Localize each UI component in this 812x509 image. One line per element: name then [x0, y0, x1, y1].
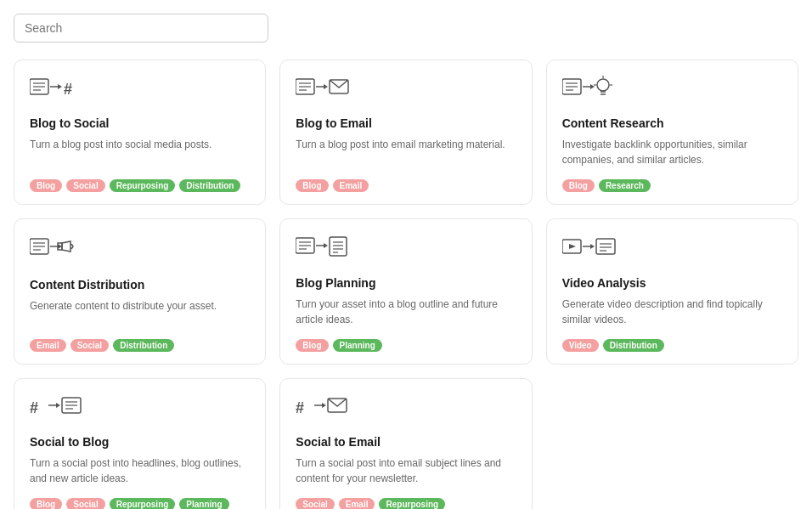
tag-blog: Blog	[296, 339, 328, 352]
blog-to-email-tags: BlogEmail	[296, 179, 516, 192]
tag-planning: Planning	[333, 339, 382, 352]
social-to-email-tags: SocialEmailRepurposing	[296, 498, 516, 509]
svg-marker-5	[58, 84, 62, 89]
tag-distribution: Distribution	[179, 179, 240, 192]
tag-repurposing: Repurposing	[110, 179, 176, 192]
tag-repurposing: Repurposing	[379, 498, 445, 509]
tag-distribution: Distribution	[113, 339, 174, 352]
svg-marker-62	[322, 403, 326, 408]
svg-marker-39	[324, 243, 328, 248]
svg-rect-40	[330, 237, 347, 256]
blog-to-social-icon: #	[30, 76, 250, 106]
card-blog-planning[interactable]: Blog PlanningTurn your asset into a blog…	[279, 218, 532, 364]
tag-email: Email	[333, 179, 369, 192]
video-analysis-title: Video Analysis	[562, 276, 782, 290]
social-to-blog-description: Turn a social post into headlines, blog …	[30, 455, 250, 486]
tag-research: Research	[599, 179, 651, 192]
blog-to-social-description: Turn a blog post into social media posts…	[30, 137, 250, 167]
content-distribution-title: Content Distribution	[30, 278, 250, 291]
blog-to-email-icon	[296, 76, 516, 106]
content-distribution-description: Generate content to distribute your asse…	[30, 298, 250, 327]
social-to-email-icon: #	[296, 394, 516, 425]
card-video-analysis[interactable]: Video AnalysisGenerate video description…	[546, 218, 798, 364]
content-distribution-tags: EmailSocialDistribution	[30, 339, 250, 352]
tag-social: Social	[66, 498, 104, 509]
content-distribution-icon	[30, 235, 250, 267]
blog-planning-description: Turn your asset into a blog outline and …	[296, 297, 516, 327]
svg-point-20	[597, 79, 609, 91]
content-research-icon	[562, 76, 782, 106]
tag-blog: Blog	[296, 179, 328, 192]
blog-to-email-title: Blog to Email	[296, 116, 516, 130]
social-to-blog-icon: #	[30, 394, 250, 425]
tag-social: Social	[70, 339, 109, 352]
tag-video: Video	[562, 339, 599, 352]
blog-to-social-tags: BlogSocialRepurposingDistribution	[30, 179, 250, 192]
blog-to-social-title: Blog to Social	[30, 116, 250, 130]
video-analysis-icon	[562, 235, 782, 265]
blog-planning-tags: BlogPlanning	[296, 339, 516, 352]
svg-marker-46	[569, 244, 576, 249]
tag-distribution: Distribution	[603, 339, 664, 352]
search-input[interactable]	[14, 14, 268, 42]
social-to-blog-tags: BlogSocialRepurposingPlanning	[30, 498, 250, 509]
card-content-distribution[interactable]: Content DistributionGenerate content to …	[14, 218, 266, 364]
svg-text:#: #	[296, 399, 304, 416]
svg-marker-12	[324, 84, 328, 89]
blog-planning-icon	[296, 235, 516, 265]
tag-blog: Blog	[562, 179, 595, 192]
tag-social: Social	[66, 179, 104, 192]
content-research-tags: BlogResearch	[562, 179, 782, 192]
svg-marker-32	[62, 241, 70, 252]
card-social-to-email[interactable]: #Social to EmailTurn a social post into …	[279, 378, 532, 509]
blog-to-email-description: Turn a blog post into email marketing ma…	[296, 137, 516, 167]
video-analysis-tags: VideoDistribution	[562, 339, 782, 352]
card-blog-to-email[interactable]: Blog to EmailTurn a blog post into email…	[279, 59, 532, 205]
tag-email: Email	[30, 339, 66, 352]
content-research-description: Investigate backlink opportunities, simi…	[562, 137, 782, 167]
svg-rect-49	[596, 239, 615, 254]
tag-social: Social	[296, 498, 334, 509]
svg-marker-48	[590, 244, 595, 249]
tag-planning: Planning	[179, 498, 228, 509]
blog-planning-title: Blog Planning	[296, 276, 516, 290]
tag-blog: Blog	[30, 179, 62, 192]
tag-email: Email	[339, 498, 375, 509]
content-research-title: Content Research	[562, 116, 782, 130]
tag-blog: Blog	[30, 498, 62, 509]
card-social-to-blog[interactable]: #Social to BlogTurn a social post into h…	[14, 378, 266, 509]
card-blog-to-social[interactable]: #Blog to SocialTurn a blog post into soc…	[14, 59, 266, 205]
cards-grid: #Blog to SocialTurn a blog post into soc…	[14, 59, 798, 509]
tag-repurposing: Repurposing	[110, 498, 176, 509]
social-to-email-title: Social to Email	[296, 435, 516, 449]
social-to-email-description: Turn a social post into email subject li…	[296, 455, 516, 486]
social-to-blog-title: Social to Blog	[30, 435, 250, 449]
svg-text:#: #	[30, 399, 38, 416]
card-content-research[interactable]: Content ResearchInvestigate backlink opp…	[546, 59, 798, 205]
video-analysis-description: Generate video description and find topi…	[562, 297, 782, 327]
svg-text:#: #	[64, 81, 72, 98]
svg-marker-55	[56, 403, 60, 408]
